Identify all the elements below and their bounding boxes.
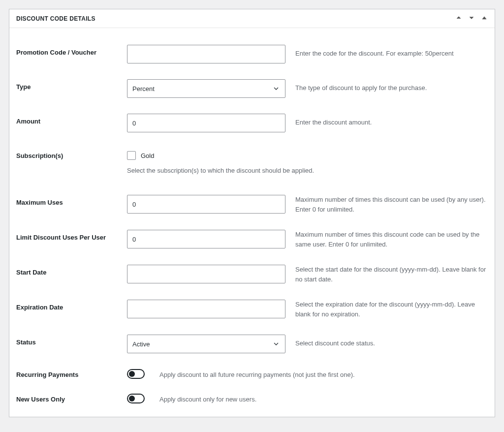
help-type: The type of discount to apply for the pu… bbox=[285, 79, 488, 93]
type-selected-value: Percent bbox=[132, 85, 155, 93]
label-promo-code: Promotion Code / Voucher bbox=[16, 45, 127, 56]
panel-title: DISCOUNT CODE DETAILS bbox=[16, 15, 95, 22]
svg-marker-0 bbox=[482, 17, 486, 19]
start-date-input[interactable] bbox=[127, 265, 285, 283]
type-select[interactable]: Percent bbox=[127, 79, 285, 98]
row-amount: Amount Enter the discount amount. bbox=[16, 103, 488, 137]
expiration-date-input[interactable] bbox=[127, 300, 285, 318]
row-expiration-date: Expiration Date Select the expiration da… bbox=[16, 289, 488, 324]
row-max-uses: Maximum Uses Maximum number of times thi… bbox=[16, 174, 488, 219]
label-expiration-date: Expiration Date bbox=[16, 300, 127, 311]
row-promo-code: Promotion Code / Voucher Enter the code … bbox=[16, 34, 488, 68]
help-status: Select discount code status. bbox=[285, 335, 488, 348]
chevron-down-icon bbox=[272, 85, 280, 93]
panel-header: DISCOUNT CODE DETAILS bbox=[9, 9, 495, 28]
collapse-icon[interactable] bbox=[481, 14, 488, 23]
label-start-date: Start Date bbox=[16, 265, 127, 276]
chevron-down-icon bbox=[272, 340, 280, 348]
row-recurring: Recurring Payments Apply discount to all… bbox=[16, 358, 488, 383]
row-start-date: Start Date Select the start date for the… bbox=[16, 254, 488, 289]
panel-controls bbox=[455, 14, 488, 23]
row-limit-per-user: Limit Discount Uses Per User Maximum num… bbox=[16, 219, 488, 254]
label-max-uses: Maximum Uses bbox=[16, 195, 127, 206]
status-selected-value: Active bbox=[132, 340, 150, 348]
help-max-uses: Maximum number of times this discount ca… bbox=[285, 195, 488, 214]
subscription-gold-checkbox[interactable] bbox=[127, 151, 136, 160]
help-amount: Enter the discount amount. bbox=[285, 114, 488, 127]
help-start-date: Select the start date for the discount (… bbox=[285, 265, 488, 284]
label-limit-per-user: Limit Discount Uses Per User bbox=[16, 230, 127, 241]
label-new-users: New Users Only bbox=[16, 392, 127, 403]
help-limit-per-user: Maximum number of times this discount co… bbox=[285, 230, 488, 249]
discount-code-panel: DISCOUNT CODE DETAILS Promotion Code / V… bbox=[9, 9, 495, 417]
label-type: Type bbox=[16, 79, 127, 91]
row-type: Type Percent The type of discount to app… bbox=[16, 68, 488, 103]
row-new-users: New Users Only Apply discount only for n… bbox=[16, 383, 488, 407]
panel-body: Promotion Code / Voucher Enter the code … bbox=[9, 28, 495, 417]
status-select[interactable]: Active bbox=[127, 335, 285, 353]
chevron-up-icon[interactable] bbox=[455, 14, 462, 23]
new-users-toggle[interactable] bbox=[127, 394, 145, 403]
label-recurring: Recurring Payments bbox=[16, 367, 127, 378]
help-subscriptions: Select the subscription(s) to which the … bbox=[127, 167, 488, 174]
help-promo-code: Enter the code for the discount. For exa… bbox=[285, 45, 488, 59]
label-status: Status bbox=[16, 335, 127, 346]
row-subscriptions: Subscription(s) Gold Select the subscrip… bbox=[16, 137, 488, 174]
help-expiration-date: Select the expiration date for the disco… bbox=[285, 300, 488, 319]
chevron-down-icon[interactable] bbox=[468, 14, 475, 23]
label-amount: Amount bbox=[16, 114, 127, 125]
row-status: Status Active Select discount code statu… bbox=[16, 324, 488, 358]
help-new-users: Apply discount only for new users. bbox=[150, 392, 488, 404]
help-recurring: Apply discount to all future recurring p… bbox=[150, 367, 488, 380]
label-subscriptions: Subscription(s) bbox=[16, 148, 127, 159]
amount-input[interactable] bbox=[127, 114, 285, 132]
promo-code-input[interactable] bbox=[127, 45, 285, 63]
limit-per-user-input[interactable] bbox=[127, 230, 285, 248]
max-uses-input[interactable] bbox=[127, 195, 285, 214]
recurring-toggle[interactable] bbox=[127, 369, 145, 379]
subscription-gold-label: Gold bbox=[141, 152, 154, 159]
